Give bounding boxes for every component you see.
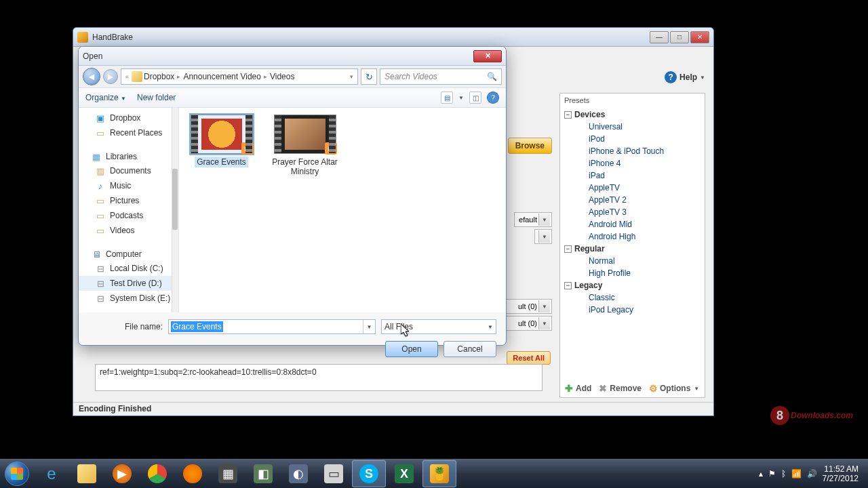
anamorphic-dropdown[interactable]: efault▼ [514, 212, 552, 227]
sidebar-recent[interactable]: ▭Recent Places [79, 125, 178, 140]
play-icon: ▶ [325, 142, 337, 155]
help-icon[interactable]: ? [487, 92, 499, 104]
sidebar-drive-e[interactable]: ⊟System Disk (E:) [79, 291, 178, 306]
sidebar-drive-c[interactable]: ⊟Local Disk (C:) [79, 261, 178, 276]
taskbar-ie[interactable]: e [35, 460, 68, 487]
preset-normal[interactable]: Normal [564, 255, 701, 267]
close-button[interactable]: ✕ [690, 31, 709, 43]
breadcrumb[interactable]: « Dropbox▸ Announcement Video▸ Videos ▾ [121, 68, 358, 85]
taskbar-handbrake[interactable]: 🍍 [422, 460, 456, 487]
taskbar-excel[interactable]: X [387, 460, 421, 487]
sidebar-computer[interactable]: 🖥Computer [79, 245, 178, 261]
help-button[interactable]: ? Help ▼ [665, 71, 705, 83]
cancel-button[interactable]: Cancel [443, 341, 496, 357]
preset-options-button[interactable]: ⚙Options▼ [648, 384, 699, 393]
preview-pane-button[interactable]: ◫ [469, 92, 481, 104]
tray-bluetooth-icon[interactable]: ᛒ [781, 469, 786, 479]
crop-bottom-spinner[interactable]: ult (0)▼ [505, 316, 552, 331]
taskbar-chrome[interactable] [140, 460, 174, 487]
tray-clock[interactable]: 11:52 AM 7/27/2012 [823, 464, 859, 484]
view-button[interactable]: ▤ [441, 92, 453, 104]
nav-back-button[interactable]: ◄ [83, 68, 100, 85]
filename-dropdown-icon[interactable]: ▼ [363, 320, 375, 333]
sidebar-podcasts[interactable]: ▭Podcasts [79, 208, 178, 223]
sidebar-pictures[interactable]: ▭Pictures [79, 193, 178, 208]
sidebar-scrollbar[interactable] [172, 108, 178, 312]
search-input[interactable]: Search Videos 🔍 [380, 68, 502, 85]
tray-network-icon[interactable]: 📶 [791, 469, 802, 479]
preset-iphone-touch[interactable]: iPhone & iPod Touch [564, 145, 701, 157]
sidebar-dropbox[interactable]: ▣Dropbox [79, 110, 178, 125]
dialog-toolbar: Organize ▼ New folder ▤ ▼ ◫ ? [79, 87, 506, 108]
minimize-button[interactable]: — [650, 31, 669, 43]
presets-title: Presets [560, 94, 705, 107]
computer-icon: 🖥 [91, 249, 102, 260]
documents-icon: ▥ [95, 165, 106, 176]
system-tray[interactable]: ▴ ⚑ ᛒ 📶 🔊 11:52 AM 7/27/2012 [759, 464, 868, 484]
sidebar-drive-d[interactable]: ⊟Test Drive (D:) [79, 276, 178, 291]
preset-appletv[interactable]: AppleTV [564, 182, 701, 194]
preset-remove-button[interactable]: ✖Remove [598, 384, 642, 393]
filename-label: File name: [88, 322, 163, 331]
preset-android-high[interactable]: Android High [564, 230, 701, 243]
file-grace-events[interactable]: ▶ Grace Events [186, 115, 257, 167]
taskbar-wmp[interactable]: ▶ [105, 460, 139, 487]
preset-category-regular[interactable]: −Regular [564, 243, 701, 255]
file-prayer-force[interactable]: ▶ Prayer Force Altar Ministry [269, 115, 340, 177]
preset-appletv3[interactable]: AppleTV 3 [564, 206, 701, 218]
preset-add-button[interactable]: ✚Add [564, 384, 591, 393]
filename-input[interactable]: Grace Events ▼ [168, 319, 376, 334]
tray-show-hidden-icon[interactable]: ▴ [759, 469, 763, 479]
preset-high-profile[interactable]: High Profile [564, 267, 701, 279]
taskbar-firefox[interactable] [176, 460, 210, 487]
preset-ipad[interactable]: iPad [564, 169, 701, 182]
query-textbox[interactable]: ref=1:weightp=1:subq=2:rc-lookahead=10:t… [95, 364, 542, 391]
sidebar-documents[interactable]: ▥Documents [79, 163, 178, 178]
tray-action-center-icon[interactable]: ⚑ [768, 469, 776, 479]
tray-volume-icon[interactable]: 🔊 [807, 469, 817, 479]
filetype-select[interactable]: All Files ▼ [381, 319, 496, 334]
presets-tree: −Devices Universal iPod iPhone & iPod To… [560, 107, 705, 317]
taskbar-app4[interactable]: ▭ [317, 460, 351, 487]
preset-ipod[interactable]: iPod [564, 133, 701, 145]
preset-classic[interactable]: Classic [564, 291, 701, 304]
taskbar-app1[interactable]: ▦ [211, 460, 245, 487]
dialog-close-button[interactable]: ✕ [473, 50, 502, 62]
titlebar[interactable]: HandBrake — □ ✕ [73, 28, 713, 47]
sidebar-libraries[interactable]: ▦Libraries [79, 147, 178, 163]
taskbar-explorer[interactable] [70, 460, 104, 487]
start-button[interactable] [0, 460, 34, 489]
organize-button[interactable]: Organize ▼ [85, 93, 126, 102]
sidebar-videos[interactable]: ▭Videos [79, 223, 178, 238]
nav-forward-button[interactable]: ► [103, 69, 118, 84]
libraries-icon: ▦ [91, 151, 102, 162]
preset-category-devices[interactable]: −Devices [564, 108, 701, 121]
search-icon: 🔍 [487, 72, 497, 81]
taskbar[interactable]: e ▶ ▦ ◧ ◐ ▭ S X 🍍 ▴ ⚑ ᛒ 📶 🔊 11:52 AM 7/2… [0, 459, 868, 488]
preset-android-mid[interactable]: Android Mid [564, 218, 701, 230]
preset-appletv2[interactable]: AppleTV 2 [564, 194, 701, 206]
preset-category-legacy[interactable]: −Legacy [564, 279, 701, 291]
crop-top-spinner[interactable]: ult (0)▼ [505, 299, 552, 314]
watermark: 8Downloads.com [770, 406, 853, 425]
videos-icon: ▭ [95, 225, 106, 236]
taskbar-app2[interactable]: ◧ [246, 460, 280, 487]
modulus-dropdown[interactable]: ▼ [534, 229, 552, 244]
file-list[interactable]: ▶ Grace Events ▶ Prayer Force Altar Mini… [179, 108, 506, 312]
taskbar-skype[interactable]: S [352, 460, 386, 487]
preset-ipod-legacy[interactable]: iPod Legacy [564, 304, 701, 316]
pictures-icon: ▭ [95, 195, 106, 206]
preset-iphone4[interactable]: iPhone 4 [564, 157, 701, 169]
maximize-button[interactable]: □ [670, 31, 689, 43]
taskbar-app3[interactable]: ◐ [281, 460, 315, 487]
sidebar-music[interactable]: ♪Music [79, 178, 178, 193]
preset-universal[interactable]: Universal [564, 121, 701, 133]
dialog-titlebar[interactable]: Open ✕ [79, 47, 506, 66]
music-icon: ♪ [95, 180, 106, 191]
open-button[interactable]: Open [385, 341, 438, 357]
browse-button[interactable]: Browse [508, 138, 552, 154]
new-folder-button[interactable]: New folder [137, 93, 176, 102]
reset-all-button[interactable]: Reset All [507, 351, 551, 365]
recent-icon: ▭ [95, 127, 106, 138]
refresh-button[interactable]: ↻ [361, 68, 377, 85]
